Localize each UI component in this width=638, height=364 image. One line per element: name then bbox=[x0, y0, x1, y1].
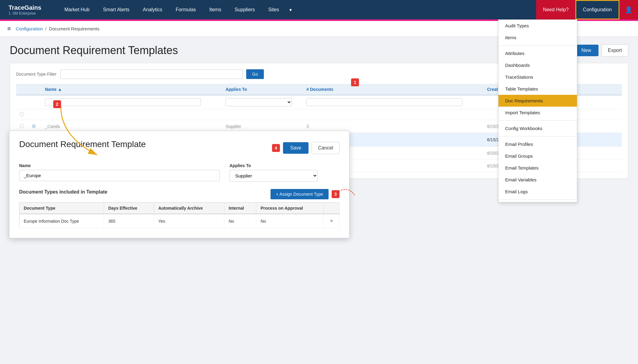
dropdown-menu: Audit Types Items Attributes Dashboards … bbox=[498, 19, 577, 202]
applies-to-filter[interactable] bbox=[226, 98, 292, 106]
nav-items: Market Hub Smart Alerts Analytics Formul… bbox=[58, 0, 536, 19]
nav-item-smart-alerts[interactable]: Smart Alerts bbox=[96, 0, 136, 19]
nav-user[interactable]: 👤 bbox=[619, 0, 638, 19]
gear-button[interactable]: ⚙ bbox=[31, 123, 36, 130]
hamburger-icon[interactable]: ≡ bbox=[7, 25, 11, 32]
row-applies-to bbox=[222, 109, 303, 120]
menu-item-table-templates[interactable]: Table Templates bbox=[498, 83, 577, 95]
nav-item-suppliers[interactable]: Suppliers bbox=[228, 0, 262, 19]
col-auto-archive: Automatically Archive bbox=[154, 203, 224, 214]
step3-badge: 3 bbox=[332, 190, 340, 198]
step4-badge: 4 bbox=[272, 144, 280, 152]
divider bbox=[498, 136, 577, 136]
filter-input[interactable] bbox=[60, 69, 243, 79]
step2-badge: 2 bbox=[53, 100, 61, 108]
menu-item-email-templates[interactable]: Email Templates bbox=[498, 162, 577, 174]
doc-count-filter-input[interactable] bbox=[306, 98, 462, 106]
menu-item-email-logs[interactable]: Email Logs bbox=[498, 186, 577, 197]
doc-table: Document Type Days Effective Automatical… bbox=[19, 202, 340, 228]
menu-item-email-variables[interactable]: Email Variables bbox=[498, 174, 577, 186]
col-icon bbox=[27, 84, 41, 95]
divider bbox=[498, 199, 577, 200]
modal: Document Requirement Template 4 Save Can… bbox=[9, 131, 350, 238]
modal-title: Document Requirement Template bbox=[19, 139, 146, 149]
page-title: Document Requirement Templates bbox=[10, 44, 178, 57]
menu-item-email-groups[interactable]: Email Groups bbox=[498, 150, 577, 162]
row-name bbox=[41, 109, 222, 120]
name-input[interactable] bbox=[19, 170, 220, 181]
row-radio[interactable] bbox=[20, 124, 24, 128]
col-days-effective: Days Effective bbox=[104, 203, 154, 214]
section-title: Document Types included in Template bbox=[19, 189, 107, 195]
col-internal: Internal bbox=[224, 203, 256, 214]
col-process-approval: Process on Approval bbox=[256, 203, 324, 214]
breadcrumb-link[interactable]: Configuration bbox=[16, 26, 43, 31]
nav-item-more[interactable]: ▾ bbox=[286, 0, 295, 19]
nav-right: Need Help? Configuration 👤 bbox=[536, 0, 638, 19]
new-button[interactable]: New bbox=[574, 45, 598, 56]
menu-item-import-templates[interactable]: Import Templates bbox=[498, 107, 577, 118]
nav-item-sites[interactable]: Sites bbox=[261, 0, 286, 19]
internal-cell: No bbox=[224, 214, 256, 228]
nav-need-help[interactable]: Need Help? bbox=[536, 0, 575, 19]
nav-item-market-hub[interactable]: Market Hub bbox=[58, 0, 96, 19]
applies-to-field: Applies To Supplier Item bbox=[229, 163, 318, 182]
modal-actions: 4 Save Cancel bbox=[272, 142, 340, 154]
archive-cell: Yes bbox=[154, 214, 224, 228]
top-nav: TraceGains 1. SM Enterprise Market Hub S… bbox=[0, 0, 638, 19]
breadcrumb-separator: / bbox=[45, 26, 47, 31]
header-actions: New Export bbox=[574, 44, 628, 57]
menu-item-doc-requirements[interactable]: Doc Requirements bbox=[498, 95, 577, 107]
brand-name: TraceGains bbox=[9, 4, 52, 11]
col-actions bbox=[324, 203, 340, 214]
menu-item-email-profiles[interactable]: Email Profiles bbox=[498, 138, 577, 150]
doc-type-cell: Europe Information Doc Type bbox=[19, 214, 104, 228]
menu-item-dashboards[interactable]: Dashboards bbox=[498, 59, 577, 71]
applies-to-select[interactable]: Supplier Item bbox=[229, 170, 318, 182]
menu-item-attributes[interactable]: Attributes bbox=[498, 47, 577, 59]
doc-table-row: Europe Information Doc Type 365 Yes No N… bbox=[19, 214, 340, 228]
filter-label: Document Type Filter bbox=[16, 72, 57, 77]
col-name[interactable]: Name ▲ bbox=[41, 84, 222, 95]
assign-doc-type-button[interactable]: + Assign Document Type bbox=[271, 189, 329, 199]
menu-item-items[interactable]: Items bbox=[498, 32, 577, 43]
doc-types-section: Document Types included in Template + As… bbox=[19, 189, 340, 228]
export-button[interactable]: Export bbox=[602, 44, 628, 57]
col-checkbox bbox=[16, 84, 27, 95]
menu-item-tracestations[interactable]: TraceStations bbox=[498, 71, 577, 83]
save-button[interactable]: Save bbox=[283, 142, 309, 154]
nav-item-analytics[interactable]: Analytics bbox=[136, 0, 169, 19]
nav-item-formulas[interactable]: Formulas bbox=[169, 0, 203, 19]
row-doc-count bbox=[303, 109, 483, 120]
col-applies-to[interactable]: Applies To bbox=[222, 84, 303, 95]
cancel-button[interactable]: Cancel bbox=[312, 142, 340, 154]
menu-item-user-accounts[interactable]: User Accounts bbox=[498, 201, 577, 202]
menu-item-config-workbooks[interactable]: Config Workbooks bbox=[498, 122, 577, 134]
modal-header-row: Document Requirement Template 4 Save Can… bbox=[19, 139, 340, 156]
section-header: Document Types included in Template + As… bbox=[19, 189, 340, 199]
divider bbox=[498, 120, 577, 121]
brand-sub: 1. SM Enterprise bbox=[9, 11, 52, 15]
nav-configuration[interactable]: Configuration bbox=[575, 0, 619, 19]
col-doc-type: Document Type bbox=[19, 203, 104, 214]
step1-badge: 1 bbox=[351, 78, 359, 86]
days-cell: 365 bbox=[104, 214, 154, 228]
row-radio[interactable] bbox=[20, 112, 24, 116]
brand: TraceGains 1. SM Enterprise bbox=[3, 2, 58, 18]
applies-to-label: Applies To bbox=[229, 163, 318, 168]
name-field: Name bbox=[19, 163, 220, 182]
user-icon: 👤 bbox=[625, 6, 633, 13]
nav-item-items[interactable]: Items bbox=[203, 0, 228, 19]
breadcrumb-current: Document Requirements bbox=[49, 26, 99, 31]
name-label: Name bbox=[19, 163, 220, 168]
form-group: Name Applies To Supplier Item bbox=[19, 163, 340, 182]
delete-row-button[interactable]: × bbox=[328, 217, 335, 225]
divider bbox=[498, 45, 577, 46]
go-button[interactable]: Go bbox=[246, 69, 264, 79]
col-doc-count[interactable]: # Documents bbox=[303, 84, 483, 95]
process-cell: No bbox=[256, 214, 324, 228]
menu-item-audit-types[interactable]: Audit Types bbox=[498, 20, 577, 32]
name-filter-input[interactable] bbox=[45, 98, 201, 106]
